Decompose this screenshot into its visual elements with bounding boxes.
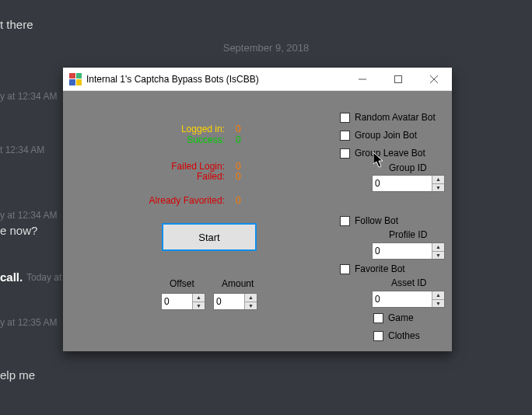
checkbox-icon: [340, 113, 350, 123]
asset-id-label: Asset ID: [391, 277, 426, 288]
profile-id-label: Profile ID: [389, 229, 427, 240]
chat-fragment: e now?: [0, 224, 37, 237]
checkbox-icon: [340, 131, 350, 141]
group-id-spinner[interactable]: ▲▼: [372, 175, 445, 192]
checkbox-icon: [340, 216, 350, 226]
stat-value: 0: [236, 124, 241, 134]
app-icon: [69, 73, 82, 85]
game-checkbox[interactable]: Game: [373, 312, 414, 323]
spinner-up-icon[interactable]: ▲: [432, 243, 444, 252]
stat-failed-login: Failed Login: 0: [63, 161, 225, 172]
checkbox-label: Game: [388, 312, 414, 323]
stat-value: 0: [236, 161, 241, 172]
svg-rect-1: [395, 75, 402, 82]
group-id-label: Group ID: [389, 162, 427, 173]
spinner-down-icon[interactable]: ▼: [432, 184, 444, 192]
checkbox-label: Group Leave Bot: [355, 148, 425, 159]
spinner-up-icon[interactable]: ▲: [432, 176, 444, 184]
window-title: Internal 1's Captcha Bypass Bots (IsCBB): [86, 74, 345, 85]
offset-label: Offset: [170, 278, 194, 289]
close-button[interactable]: [416, 68, 452, 91]
group-join-checkbox[interactable]: Group Join Bot: [340, 130, 417, 141]
stat-label: Failed Login:: [171, 161, 225, 172]
chat-fragment: t there: [0, 18, 33, 31]
stat-value: 0: [236, 171, 241, 182]
chat-fragment: elp me: [0, 368, 35, 382]
titlebar[interactable]: Internal 1's Captcha Bypass Bots (IsCBB): [63, 68, 452, 91]
offset-spinner[interactable]: ▲▼: [161, 293, 205, 310]
spinner-up-icon[interactable]: ▲: [432, 291, 444, 300]
checkbox-icon: [340, 148, 350, 159]
stat-value: 0: [236, 134, 241, 145]
clothes-checkbox[interactable]: Clothes: [373, 330, 420, 341]
chat-timestamp: t 12:34 AM: [0, 145, 44, 155]
chat-timestamp: y at 12:34 AM: [0, 91, 57, 102]
spinner-down-icon[interactable]: ▼: [432, 300, 444, 308]
stat-success: Success: 0: [63, 134, 225, 145]
checkbox-label: Clothes: [388, 330, 420, 341]
maximize-button[interactable]: [380, 68, 416, 91]
profile-id-input[interactable]: [373, 243, 432, 259]
amount-label: Amount: [222, 278, 254, 289]
spinner-down-icon[interactable]: ▼: [245, 302, 257, 310]
stat-label: Already Favorited:: [149, 195, 225, 206]
spinner-down-icon[interactable]: ▼: [193, 302, 205, 310]
profile-id-spinner[interactable]: ▲▼: [372, 242, 445, 260]
spinner-up-icon[interactable]: ▲: [245, 294, 257, 302]
group-id-input[interactable]: [373, 176, 432, 191]
date-separator: September 9, 2018: [223, 42, 310, 54]
checkbox-icon: [340, 264, 350, 274]
spinner-up-icon[interactable]: ▲: [193, 294, 205, 302]
close-icon: [430, 75, 438, 83]
checkbox-icon: [373, 331, 383, 341]
amount-input[interactable]: [214, 294, 244, 309]
minimize-button[interactable]: [345, 68, 380, 91]
app-window: Internal 1's Captcha Bypass Bots (IsCBB)…: [63, 68, 452, 351]
amount-spinner[interactable]: ▲▼: [213, 293, 257, 310]
stat-logged-in: Logged in: 0: [63, 124, 225, 134]
checkbox-label: Random Avatar Bot: [355, 112, 436, 123]
follow-checkbox[interactable]: Follow Bot: [340, 215, 398, 226]
asset-id-spinner[interactable]: ▲▼: [372, 291, 445, 308]
maximize-icon: [394, 75, 402, 83]
stat-value: 0: [236, 195, 241, 206]
offset-input[interactable]: [162, 294, 192, 309]
form-body: Logged in: 0 Success: 0 Failed Login: 0 …: [63, 91, 452, 351]
group-leave-checkbox[interactable]: Group Leave Bot: [340, 148, 425, 159]
checkbox-label: Favorite Bot: [355, 263, 405, 274]
chat-timestamp: y at 12:35 AM: [0, 317, 57, 328]
stat-failed: Failed: 0: [63, 171, 225, 182]
favorite-checkbox[interactable]: Favorite Bot: [340, 263, 405, 274]
start-button[interactable]: Start: [162, 223, 257, 251]
checkbox-icon: [373, 313, 383, 323]
stat-already-favorited: Already Favorited: 0: [63, 195, 225, 206]
minimize-icon: [359, 75, 366, 83]
checkbox-label: Follow Bot: [355, 215, 398, 226]
call-text: call.: [0, 270, 23, 284]
stat-label: Success:: [187, 134, 225, 145]
stat-label: Logged in:: [181, 124, 225, 134]
chat-timestamp: y at 12:34 AM: [0, 210, 57, 221]
random-avatar-checkbox[interactable]: Random Avatar Bot: [340, 112, 436, 123]
spinner-down-icon[interactable]: ▼: [432, 252, 444, 260]
stat-label: Failed:: [197, 171, 225, 182]
asset-id-input[interactable]: [373, 291, 432, 307]
checkbox-label: Group Join Bot: [355, 130, 417, 141]
